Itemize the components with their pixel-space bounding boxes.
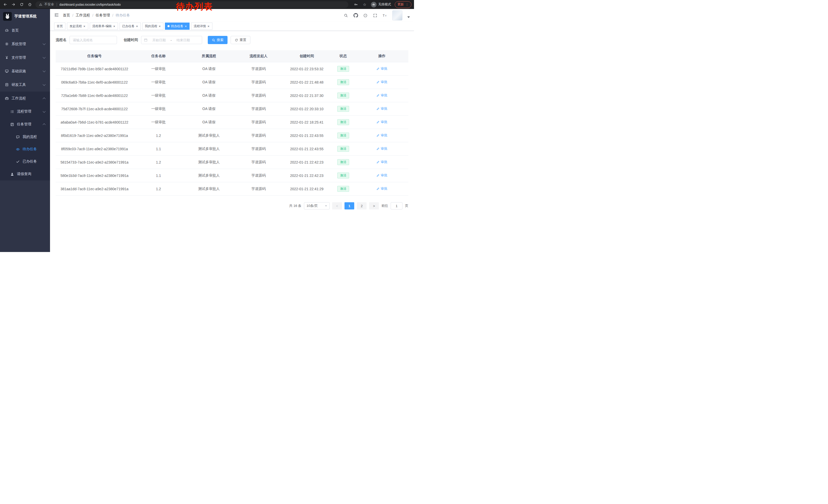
status-badge: 激活	[337, 66, 349, 72]
help-icon[interactable]: ?	[363, 13, 368, 18]
password-key-icon[interactable]	[354, 2, 359, 7]
tab-close-icon[interactable]: ×	[113, 25, 116, 28]
app-title: 芋道管理系统	[14, 14, 37, 19]
chat-icon	[16, 135, 20, 139]
tab-label: 流程表单-编辑	[92, 24, 112, 29]
tab-todo-tasks[interactable]: 待办任务 ×	[165, 22, 190, 30]
tab-label: 流程详情	[194, 24, 206, 29]
font-size-icon[interactable]: TT	[382, 13, 387, 18]
browser-home-icon[interactable]	[27, 2, 32, 7]
tab-close-icon[interactable]: ×	[184, 25, 187, 28]
approve-link[interactable]: 审批	[376, 120, 387, 124]
approve-link-label: 审批	[381, 133, 387, 138]
browser-reload-icon[interactable]	[19, 2, 24, 7]
user-avatar[interactable]	[392, 10, 403, 20]
edit-pencil-icon	[376, 67, 380, 71]
approve-link-label: 审批	[381, 120, 387, 124]
approve-link-label: 审批	[381, 186, 387, 191]
action-cell: 审批	[356, 76, 408, 89]
tab-process-form-edit[interactable]: 流程表单-编辑 ×	[90, 22, 118, 30]
breadcrumb-workflow[interactable]: 工作流程	[76, 13, 90, 18]
tab-my-process[interactable]: 我的流程 ×	[142, 22, 164, 30]
svg-text:T: T	[383, 14, 385, 17]
approve-link[interactable]: 审批	[376, 133, 387, 138]
sidebar-item-system[interactable]: 系统管理	[0, 37, 50, 51]
approve-link[interactable]: 审批	[376, 106, 387, 111]
tab-process-detail[interactable]: 流程详情 ×	[191, 22, 212, 30]
task-name-cell: 1.1	[133, 169, 184, 182]
approve-link[interactable]: 审批	[376, 80, 387, 84]
url-text: dashboard.yudao.iocoder.cn/bpm/task/todo	[59, 3, 121, 6]
approve-link[interactable]: 审批	[376, 66, 387, 71]
sidebar-item-devtools[interactable]: 研发工具	[0, 78, 50, 92]
fullscreen-icon[interactable]	[373, 13, 378, 18]
tab-close-icon[interactable]: ×	[159, 25, 161, 28]
approve-link[interactable]: 审批	[376, 146, 387, 151]
starter-cell: 芋道源码	[234, 169, 283, 182]
sidebar-item-payment[interactable]: 支付管理	[0, 51, 50, 64]
search-button[interactable]: 搜索	[208, 36, 227, 44]
header-search-icon[interactable]	[343, 13, 348, 18]
goto-page-input[interactable]	[391, 202, 403, 210]
app-logo[interactable]: 芋道管理系统	[0, 9, 50, 24]
action-cell: 审批	[356, 89, 408, 102]
edit-pencil-icon	[376, 174, 380, 177]
starter-cell: 芋道源码	[234, 182, 283, 196]
start-date-input[interactable]	[149, 38, 169, 42]
reset-button[interactable]: 重置	[231, 36, 250, 44]
tab-start-process[interactable]: 发起流程 ×	[67, 22, 88, 30]
sidebar-item-infra[interactable]: 基础设施	[0, 64, 50, 78]
date-range-picker[interactable]: -	[141, 36, 202, 44]
page-size-select[interactable]: 10条/页	[304, 202, 330, 210]
starter-cell: 芋道源码	[234, 129, 283, 142]
page-button-1[interactable]: 1	[344, 202, 354, 210]
process-cell: OA 请假	[184, 62, 234, 76]
task-name-cell: 1.1	[133, 142, 184, 155]
sidebar-item-my-process[interactable]: 我的流程	[0, 131, 50, 143]
tab-done-tasks[interactable]: 已办任务 ×	[120, 22, 141, 30]
tab-home[interactable]: 首页	[54, 22, 66, 30]
create-time-cell: 2022-01-22 18:25:41	[283, 116, 331, 129]
action-cell: 审批	[356, 102, 408, 116]
todo-task-table: 任务编号 任务名称 所属流程 流程发起人 创建时间 状态 操作 73211d9d…	[56, 50, 408, 196]
sidebar-item-label: 任务管理	[17, 122, 40, 127]
create-time-cell: 2022-01-21 22:41:29	[283, 182, 331, 196]
bookmark-star-icon[interactable]: ☆	[362, 2, 367, 7]
sidebar-item-todo-tasks[interactable]: 待办任务	[0, 143, 50, 155]
approve-link[interactable]: 审批	[376, 160, 387, 164]
sidebar-item-workflow[interactable]: 工作流程	[0, 92, 50, 105]
next-page-button[interactable]: >	[369, 202, 379, 210]
avatar-caret-down-icon[interactable]	[407, 16, 410, 18]
starter-cell: 芋道源码	[234, 76, 283, 89]
prev-page-button[interactable]: <	[332, 202, 342, 210]
process-name-input[interactable]	[70, 36, 117, 44]
sidebar-item-home[interactable]: 首页	[0, 24, 50, 37]
sidebar-item-task-management[interactable]: 任务管理	[0, 118, 50, 131]
incognito-badge: 无痕模式	[371, 2, 391, 7]
end-date-input[interactable]	[173, 38, 193, 42]
sidebar-item-process-management[interactable]: 流程管理	[0, 105, 50, 118]
tab-close-icon[interactable]: ×	[207, 25, 210, 28]
breadcrumb-task-management[interactable]: 任务管理	[96, 13, 110, 18]
browser-menu-dots-icon[interactable]: ⋮	[406, 3, 409, 6]
tab-close-icon[interactable]: ×	[136, 25, 138, 28]
sidebar-collapse-icon[interactable]	[54, 12, 59, 18]
approve-link[interactable]: 审批	[376, 186, 387, 191]
update-button[interactable]: 更新 ⋮	[395, 1, 412, 8]
browser-forward-icon[interactable]	[11, 2, 16, 7]
approve-link[interactable]: 审批	[376, 93, 387, 98]
status-cell: 激活	[331, 169, 356, 182]
goto-label: 前往	[381, 203, 388, 208]
approve-link[interactable]: 审批	[376, 173, 387, 178]
table-row: 8f0d1619-7ac8-11ec-a9e2-a2380e71991a 1.2…	[56, 129, 408, 142]
task-id-cell: 75d72608-7b7f-11ec-a3c8-acde48001122	[56, 102, 133, 116]
sidebar-item-done-tasks[interactable]: 已办任务	[0, 155, 50, 168]
tab-close-icon[interactable]: ×	[83, 25, 86, 28]
github-icon[interactable]	[353, 13, 358, 18]
page-button-2[interactable]: 2	[357, 202, 367, 210]
table-row: 73211d9d-7b9b-11ec-b5b7-acde48001122 一级审…	[56, 62, 408, 76]
sidebar-item-leave-query[interactable]: 请假查询	[0, 168, 50, 180]
browser-back-icon[interactable]	[3, 2, 8, 7]
breadcrumb-home[interactable]: 首页	[63, 13, 70, 18]
status-cell: 激活	[331, 89, 356, 102]
